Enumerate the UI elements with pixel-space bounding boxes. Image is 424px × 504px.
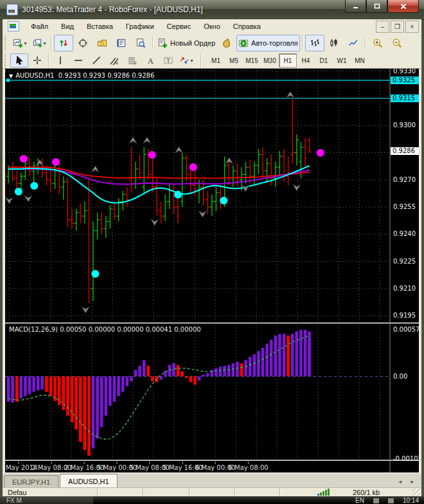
menu-item-0[interactable]: Файл [24,21,55,32]
traffic-counter: 260/1 kb [353,489,380,496]
timeframe-d1-button[interactable]: D1 [315,53,333,68]
tool-fibonacci-button[interactable]: F [123,53,141,68]
magenta-signal-dot [148,151,156,159]
up-arrow-icon [175,147,182,153]
price-axis-label: 0.9210 [393,285,419,292]
window-title: 3014953: MetaTrader 4 - RoboForex - [AUD… [22,5,203,14]
macd-axis-label: 0.00057 [393,326,419,333]
title-bar[interactable]: 3014953: MetaTrader 4 - RoboForex - [AUD… [0,0,424,20]
down-arrow-icon [151,219,159,226]
price-chart[interactable] [5,69,419,473]
droplet-button[interactable] [217,35,236,51]
mdi-close-button[interactable]: × [405,21,419,33]
timeframe-h4-button[interactable]: H4 [297,53,315,68]
menu-item-3[interactable]: Графики [119,21,161,32]
tray-app-icon[interactable] [388,498,394,503]
new-order-icon [157,38,168,48]
chart-tab-audusd-h1[interactable]: AUDUSD,H1 [60,474,118,488]
collapse-triangle-icon[interactable]: ▼ [9,73,13,79]
svg-text:T: T [167,58,170,64]
favorites-star-button[interactable] [93,35,112,51]
menu-item-1[interactable]: Вид [55,21,80,32]
journal-book-button[interactable] [112,35,131,51]
timeframe-mn-button[interactable]: MN [351,53,369,68]
resize-grip[interactable] [412,489,420,496]
price-axis-label: 0.9225 [393,258,419,265]
maximize-button[interactable] [366,0,387,13]
autotrade-play-button[interactable]: Авто-торговля [236,35,300,51]
tool-trendline-button[interactable] [87,53,105,68]
minimize-button[interactable] [345,0,366,13]
time-axis-label: 6 May 08:00 [226,464,271,471]
crosshair-target-icon [78,38,88,48]
tray-network-icon[interactable] [373,498,379,503]
timeframe-m1-button[interactable]: M1 [207,53,225,68]
zoom-out-icon [392,38,402,48]
tool-shapes-button[interactable]: ▾ [177,53,195,68]
crosshair-button[interactable] [28,53,46,68]
toolbar-grip[interactable] [4,54,8,67]
tool-text-button[interactable]: A [141,53,159,68]
tool-fibonacci-icon: F [127,55,137,66]
macd-axis-label: 0.00 [393,373,419,380]
menu-item-5[interactable]: Окно [197,21,227,32]
chevron-down-icon[interactable]: ▾ [190,58,193,64]
status-bar: Defau 260/1 kb [3,487,421,497]
caption-buttons [345,0,419,12]
timeframe-m30-button[interactable]: M30 [261,53,279,68]
profiles-button[interactable]: ▾ [30,35,49,51]
autotrade-play-label: Авто-торговля [251,39,298,47]
search-page-button[interactable] [131,35,150,51]
macd-axis-label: -0.00101 [393,455,419,462]
timeframe-m5-button[interactable]: M5 [225,53,243,68]
chart-tab-eurjpy-h1[interactable]: EURJPY,H1 [4,475,58,488]
standard-toolbar: ▾▾Новый ОрдерАвто-торговля [3,33,421,53]
toolbar-separator [302,36,303,50]
mdi-minimize-button[interactable]: – [376,21,389,33]
timeframe-m15-button[interactable]: M15 [243,53,261,68]
up-arrow-icon [225,158,233,164]
tool-label-button[interactable]: T [159,53,177,68]
chart-area[interactable]: ▼AUDUSD,H1 0.9293 0.9293 0.9286 0.9286 M… [5,68,419,473]
tick-chart-button[interactable] [54,35,73,51]
zoom-out-button[interactable] [387,35,407,51]
tool-text-icon: A [145,55,155,66]
tool-label-icon: T [163,55,173,66]
mode-candles-button[interactable] [324,35,344,51]
up-arrow-icon [143,137,151,143]
menu-item-4[interactable]: Сервис [161,21,198,32]
tab-scroll-arrows[interactable]: ◂ ▸ [398,478,418,485]
taskbar-clock[interactable]: 10:14 [403,497,419,504]
crosshair-target-button[interactable] [73,35,93,51]
timeframe-w1-button[interactable]: W1 [333,53,351,68]
zoom-in-button[interactable] [368,35,387,51]
timeframe-h1-button[interactable]: H1 [279,53,297,68]
magenta-signal-dot [190,163,197,171]
hline-price-tag: 0.9315 [391,94,419,102]
language-indicator[interactable]: EN [355,497,364,504]
mode-line-button[interactable] [344,35,363,51]
toolbar-grip[interactable] [4,37,8,50]
menu-item-2[interactable]: Вставка [80,21,119,32]
chevron-down-icon[interactable]: ▾ [43,40,46,46]
tool-channel-button[interactable]: E [105,53,123,68]
autotrade-play-icon [238,38,249,48]
cursor-button[interactable] [10,53,28,68]
chart-symbol: AUDUSD,H1 [15,72,54,79]
cyan-signal-dot [91,270,99,278]
mdi-restore-button[interactable]: ❐ [391,21,404,33]
mode-bars-button[interactable] [305,35,324,51]
close-button[interactable] [387,0,419,13]
down-arrow-icon [293,184,301,191]
profiles-icon [32,38,42,48]
tool-vline-button[interactable] [51,53,69,68]
taskbar-app-button[interactable]: FX M [0,496,93,504]
chevron-down-icon[interactable]: ▾ [24,40,26,46]
chart-system-icon[interactable] [8,21,19,32]
new-order-button[interactable]: Новый Ордер [155,35,217,51]
down-arrow-icon [24,195,32,202]
new-chart-button[interactable]: ▾ [10,35,30,51]
menu-item-6[interactable]: Справка [227,21,267,32]
up-arrow-icon [91,166,99,172]
tool-hline-button[interactable] [69,53,87,68]
